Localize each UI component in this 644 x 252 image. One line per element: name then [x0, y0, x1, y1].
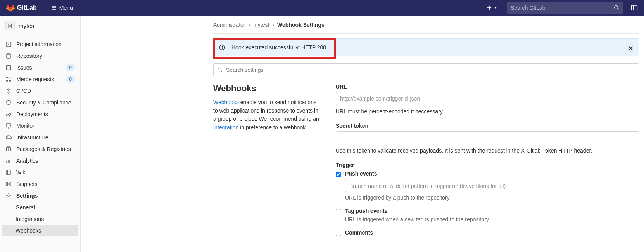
svg-point-37: [222, 46, 222, 46]
divider: [213, 33, 639, 34]
integration-link[interactable]: integration: [213, 124, 238, 130]
sidebar-item-label: CI/CD: [16, 88, 31, 94]
sidebar-item-deployments[interactable]: Deployments: [0, 108, 80, 120]
alert-message: Hook executed successfully: HTTP 200: [231, 44, 326, 50]
search-settings-input[interactable]: [213, 63, 639, 76]
info-circle-icon: [219, 44, 225, 50]
gear-icon: [5, 193, 12, 199]
gitlab-brand-text: GitLab: [17, 4, 37, 11]
push-branch-filter-input[interactable]: [345, 180, 639, 192]
sidebar-item-merge-requests[interactable]: Merge requests 0: [0, 73, 80, 85]
tag-push-events-title: Tag push events: [345, 208, 639, 214]
url-field-group: URL URL must be percent-encoded if necce…: [336, 83, 639, 116]
sidebar-toggle-icon[interactable]: [631, 4, 638, 11]
repository-icon: [5, 53, 12, 59]
sidebar-item-label: Repository: [16, 53, 42, 59]
sidebar-item-label: Analytics: [16, 158, 38, 164]
info-icon: [5, 41, 12, 47]
comments-checkbox[interactable]: [336, 231, 341, 236]
push-events-title: Push events: [345, 170, 639, 177]
merge-requests-count-badge: 0: [66, 76, 75, 83]
svg-point-31: [7, 185, 8, 186]
sidebar-item-label: Issues: [16, 64, 32, 71]
sidebar-item-label: Infrastructure: [16, 134, 48, 141]
settings-sub-general[interactable]: General: [0, 202, 80, 213]
svg-point-17: [7, 80, 8, 82]
gitlab-logo-link[interactable]: GitLab: [6, 3, 37, 12]
global-search[interactable]: [507, 2, 623, 14]
tag-push-events-desc: URL is triggered when a new tag is pushe…: [345, 216, 639, 222]
sidebar-item-project-information[interactable]: Project information: [0, 38, 80, 50]
svg-point-5: [615, 6, 618, 9]
global-search-input[interactable]: [511, 5, 611, 11]
svg-rect-15: [7, 66, 11, 70]
sidebar-item-settings[interactable]: Settings: [0, 190, 80, 202]
settings-sub-integrations[interactable]: Integrations: [0, 213, 80, 225]
push-events-checkbox[interactable]: [336, 172, 341, 177]
chevron-down-icon: [494, 6, 497, 10]
sidebar-item-snippets[interactable]: Snippets: [0, 178, 80, 190]
sidebar-item-analytics[interactable]: Analytics: [0, 155, 80, 167]
main-content: Administrator › mytest › Webhook Setting…: [81, 16, 644, 252]
chevron-right-icon: ›: [272, 22, 274, 28]
plus-icon: [487, 5, 492, 10]
svg-rect-20: [6, 124, 11, 127]
svg-rect-28: [7, 170, 10, 175]
sidebar-item-security[interactable]: Security & Compliance: [0, 97, 80, 108]
sidebar-item-repository[interactable]: Repository: [0, 50, 80, 62]
sidebar-item-infrastructure[interactable]: Infrastructure: [0, 132, 80, 143]
url-help-text: URL must be percent-encoded if neccessar…: [336, 108, 639, 116]
trigger-comments: Comments: [336, 229, 639, 236]
settings-sub-webhooks[interactable]: Webhooks: [2, 225, 78, 236]
sidebar-item-packages[interactable]: Packages & Registries: [0, 143, 80, 155]
page-title: Webhooks: [213, 83, 320, 94]
sidebar-item-label: Settings: [16, 193, 38, 199]
url-input[interactable]: [336, 92, 639, 105]
webhooks-intro-column: Webhooks Webhooks enable you to send not…: [213, 83, 320, 132]
svg-point-16: [7, 77, 8, 78]
sidebar-item-wiki[interactable]: Wiki: [0, 167, 80, 178]
push-events-desc: URL is triggered by a push to the reposi…: [345, 195, 639, 201]
sidebar-item-label: Monitor: [16, 123, 35, 129]
sidebar-item-issues[interactable]: Issues 0: [0, 62, 80, 73]
webhooks-link[interactable]: Webhooks: [213, 99, 239, 105]
svg-point-19: [8, 90, 9, 91]
sidebar-item-label: Project information: [16, 41, 62, 47]
menu-button[interactable]: Menu: [47, 3, 77, 12]
trigger-tag-push-events: Tag push events URL is triggered when a …: [336, 208, 639, 222]
breadcrumb-administrator[interactable]: Administrator: [213, 22, 245, 28]
alert-container: Hook executed successfully: HTTP 200 ✕: [213, 38, 639, 56]
sidebar-item-monitor[interactable]: Monitor: [0, 120, 80, 132]
secret-token-help-text: Use this token to validate received payl…: [336, 147, 639, 155]
trigger-section: Trigger Push events URL is triggered by …: [336, 162, 639, 236]
svg-point-18: [10, 80, 11, 82]
secret-token-input[interactable]: [336, 131, 639, 144]
project-name: mytest: [19, 23, 36, 29]
url-label: URL: [336, 83, 639, 90]
webhook-form: URL URL must be percent-encoded if necce…: [336, 83, 639, 243]
success-alert: Hook executed successfully: HTTP 200 ✕: [213, 38, 639, 56]
svg-rect-7: [632, 5, 637, 10]
svg-point-38: [218, 68, 221, 71]
sidebar-item-cicd[interactable]: CI/CD: [0, 85, 80, 97]
tag-push-events-checkbox[interactable]: [336, 209, 341, 214]
sidebar-item-label: Deployments: [16, 111, 48, 117]
scissors-icon: [5, 181, 12, 187]
chart-icon: [5, 158, 12, 164]
merge-request-icon: [5, 76, 12, 82]
issues-count-badge: 0: [66, 64, 75, 71]
trigger-label: Trigger: [336, 162, 639, 168]
secret-token-field-group: Secret token Use this token to validate …: [336, 123, 639, 155]
project-switcher[interactable]: M mytest: [0, 19, 80, 35]
secret-token-label: Secret token: [336, 123, 639, 129]
top-navbar: GitLab Menu: [0, 0, 644, 16]
create-new-button[interactable]: [487, 5, 497, 10]
search-icon: [614, 5, 619, 10]
hamburger-icon: [51, 5, 57, 11]
close-icon[interactable]: ✕: [628, 44, 634, 53]
breadcrumb-project[interactable]: mytest: [253, 22, 269, 28]
sidebar-item-label: Snippets: [16, 181, 37, 187]
sidebar-item-label: Merge requests: [16, 76, 54, 82]
svg-point-11: [9, 43, 9, 43]
svg-line-39: [221, 71, 223, 73]
